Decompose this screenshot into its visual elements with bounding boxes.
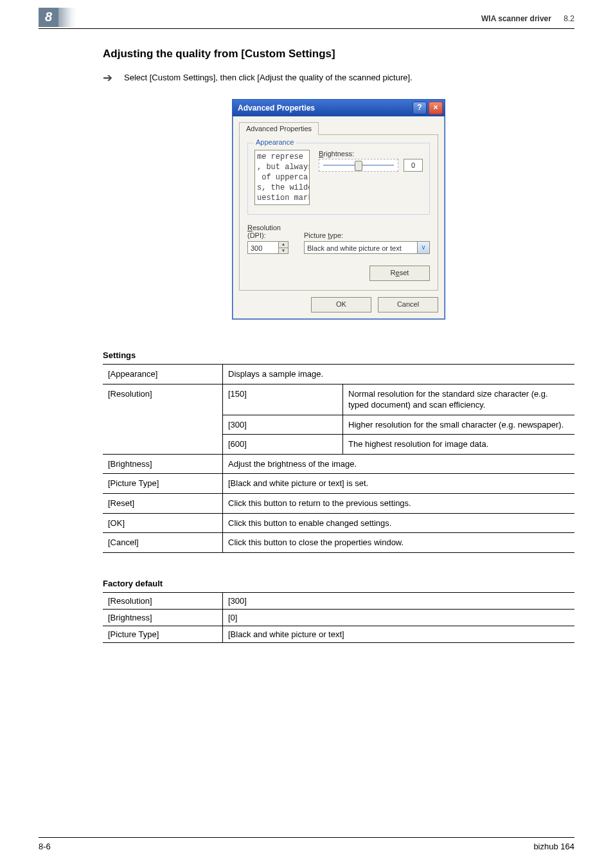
brightness-slider[interactable] xyxy=(319,159,398,172)
tab-advanced-properties[interactable]: Advanced Properties xyxy=(239,122,319,135)
page: 8 WIA scanner driver 8.2 Adjusting the q… xyxy=(0,0,613,868)
defaults-table: [Resolution] [300] [Brightness] [0] [Pic… xyxy=(103,592,574,643)
dialog-title: Advanced Properties xyxy=(238,104,315,113)
brightness-value-input[interactable]: 0 xyxy=(404,159,423,172)
ok-button[interactable]: OK xyxy=(311,297,371,312)
page-footer: 8-6 bizhub 164 xyxy=(39,837,574,851)
running-head: WIA scanner driver 8.2 xyxy=(481,14,574,23)
resolution-group: Resolution (DPI): 300 ▲ ▼ xyxy=(247,224,289,254)
chapter-tab: 8 xyxy=(39,8,76,27)
settings-caption: Settings xyxy=(103,350,574,360)
close-icon[interactable]: × xyxy=(429,102,443,114)
chapter-number: 8 xyxy=(39,8,58,27)
spinner-up-icon[interactable]: ▲ xyxy=(278,241,289,248)
brightness-label: Brightness: xyxy=(319,150,423,158)
table-row: [Reset] Click this button to return to t… xyxy=(103,494,574,514)
resolution-picturetype-row: Resolution (DPI): 300 ▲ ▼ xyxy=(247,224,430,254)
header-rule xyxy=(39,28,574,29)
footer-product-name: bizhub 164 xyxy=(533,842,574,851)
picture-type-value: Black and white picture or text xyxy=(304,241,417,254)
table-row: [Brightness] [0] xyxy=(103,609,574,626)
table-row: [Picture Type] [Black and white picture … xyxy=(103,474,574,494)
slider-knob-icon[interactable] xyxy=(355,161,362,171)
table-row: [Resolution] [300] xyxy=(103,592,574,609)
fieldset-legend: Appearance xyxy=(253,138,296,146)
chevron-down-icon[interactable]: v xyxy=(417,241,430,254)
instruction-row: ➔ Select [Custom Settings], then click [… xyxy=(103,72,574,84)
settings-table: [Appearance] Displays a sample image. [R… xyxy=(103,364,574,552)
spinner-down-icon[interactable]: ▼ xyxy=(278,248,289,255)
section-heading: Adjusting the quality from [Custom Setti… xyxy=(103,48,574,60)
running-head-section: 8.2 xyxy=(564,14,574,23)
resolution-spinner[interactable]: 300 ▲ ▼ xyxy=(247,241,289,254)
table-row: [OK] Click this button to enable changed… xyxy=(103,513,574,533)
reset-button[interactable]: Reset xyxy=(369,266,430,281)
table-row: [Appearance] Displays a sample image. xyxy=(103,365,574,384)
defaults-caption: Factory default xyxy=(103,579,574,588)
table-row: [Picture Type] [Black and white picture … xyxy=(103,626,574,642)
fieldset-appearance: Appearance me represe , but always of up… xyxy=(247,143,430,215)
resolution-value[interactable]: 300 xyxy=(247,241,278,254)
appearance-preview: me represe , but always of upperca s, th… xyxy=(254,150,310,205)
tab-panel: Appearance me represe , but always of up… xyxy=(239,134,438,291)
resolution-label: Resolution (DPI): xyxy=(247,224,289,239)
dialog-titlebar: Advanced Properties ? × xyxy=(233,100,445,116)
table-row: [Resolution] [150] Normal resolution for… xyxy=(103,384,574,415)
arrow-icon: ➔ xyxy=(103,72,112,84)
help-icon[interactable]: ? xyxy=(413,102,427,114)
brightness-group: Brightness: 0 xyxy=(319,150,423,172)
instruction-text: Select [Custom Settings], then click [Ad… xyxy=(124,72,413,84)
picture-type-group: Picture type: Black and white picture or… xyxy=(304,231,430,254)
cancel-button[interactable]: Cancel xyxy=(378,297,438,312)
table-row: [Cancel] Click this button to close the … xyxy=(103,533,574,553)
chapter-tab-shade xyxy=(58,8,76,27)
dialog-illustration: Advanced Properties ? × Advanced Propert… xyxy=(103,99,574,320)
table-row: [Brightness] Adjust the brightness of th… xyxy=(103,454,574,474)
advanced-properties-dialog: Advanced Properties ? × Advanced Propert… xyxy=(232,99,445,320)
picture-type-combobox[interactable]: Black and white picture or text v xyxy=(304,241,430,254)
picture-type-label: Picture type: xyxy=(304,231,430,239)
footer-page-number: 8-6 xyxy=(39,842,51,851)
dialog-body: Advanced Properties Appearance me repres… xyxy=(233,116,445,319)
running-head-title: WIA scanner driver xyxy=(481,14,551,23)
content: Adjusting the quality from [Custom Setti… xyxy=(103,12,574,643)
